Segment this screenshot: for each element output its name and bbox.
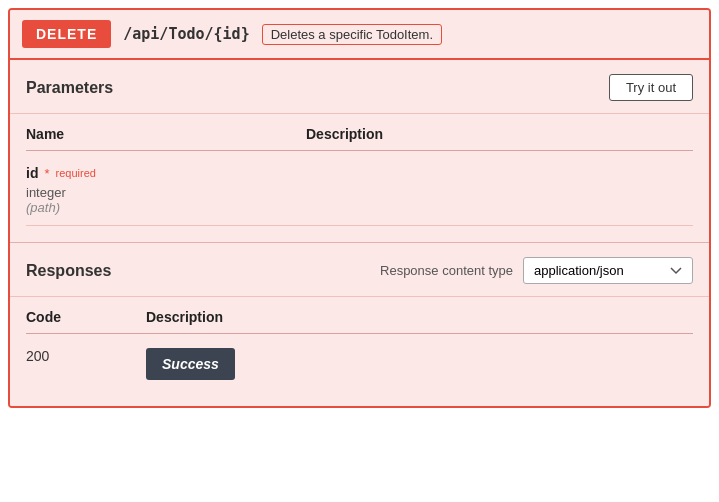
col-header-name: Name xyxy=(26,126,306,142)
response-code: 200 xyxy=(26,348,146,364)
resp-col-code: Code xyxy=(26,309,146,325)
content-type-label: Response content type xyxy=(380,263,513,278)
responses-title: Responses xyxy=(26,262,111,280)
endpoint-description: Deletes a specific TodoItem. xyxy=(262,24,442,45)
parameters-title: Parameters xyxy=(26,79,113,97)
param-name: id xyxy=(26,165,38,181)
endpoint-header: DELETE /api/Todo/{id} Deletes a specific… xyxy=(10,10,709,60)
required-star: * xyxy=(44,166,49,181)
col-header-description: Description xyxy=(306,126,693,142)
endpoint-path: /api/Todo/{id} xyxy=(123,25,249,43)
parameter-row: id * required integer (path) xyxy=(26,151,693,226)
responses-table: Code Description 200 Success xyxy=(10,297,709,406)
param-description xyxy=(306,165,693,215)
parameters-section: Parameters Try it out Name Description i… xyxy=(10,60,709,242)
content-type-area: Response content type application/json xyxy=(380,257,693,284)
params-column-headers: Name Description xyxy=(26,114,693,151)
parameters-header: Parameters Try it out xyxy=(10,60,709,114)
responses-section: Responses Response content type applicat… xyxy=(10,242,709,406)
parameters-table: Name Description id * required integer (… xyxy=(10,114,709,242)
content-type-select[interactable]: application/json xyxy=(523,257,693,284)
required-label: required xyxy=(56,167,96,179)
resp-column-headers: Code Description xyxy=(26,297,693,334)
method-badge: DELETE xyxy=(22,20,111,48)
response-description: Success xyxy=(146,348,693,380)
param-name-line: id * required xyxy=(26,165,306,181)
param-left: id * required integer (path) xyxy=(26,165,306,215)
success-badge: Success xyxy=(146,348,235,380)
api-endpoint-panel: DELETE /api/Todo/{id} Deletes a specific… xyxy=(8,8,711,408)
response-row: 200 Success xyxy=(26,334,693,390)
param-location: (path) xyxy=(26,200,306,215)
try-it-out-button[interactable]: Try it out xyxy=(609,74,693,101)
param-type: integer xyxy=(26,185,306,200)
responses-header: Responses Response content type applicat… xyxy=(10,243,709,297)
resp-col-desc: Description xyxy=(146,309,693,325)
